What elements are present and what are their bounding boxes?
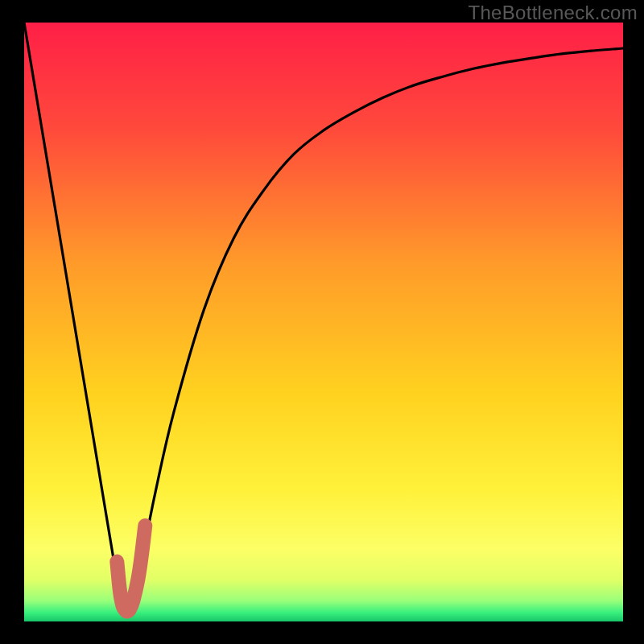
watermark-text: TheBottleneck.com bbox=[468, 2, 638, 24]
bottleneck-chart bbox=[0, 0, 644, 644]
chart-plot-background bbox=[24, 23, 623, 621]
chart-container: TheBottleneck.com bbox=[0, 0, 644, 644]
